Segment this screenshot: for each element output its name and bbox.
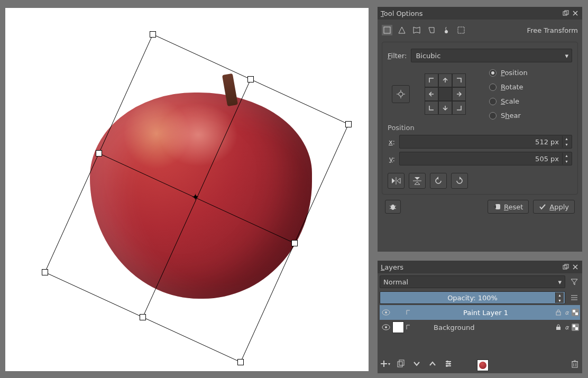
svg-rect-7 [384, 27, 390, 33]
bug-icon[interactable] [385, 200, 401, 214]
svg-marker-17 [397, 178, 400, 183]
radio-shear[interactable]: Shear [489, 112, 528, 119]
apply-button[interactable]: Apply [533, 200, 575, 214]
svg-marker-8 [399, 27, 405, 33]
svg-point-53 [446, 361, 448, 363]
anchor-c-icon[interactable] [438, 87, 452, 101]
tool-options-titlebar: Tool Options [378, 7, 582, 20]
visibility-icon[interactable] [381, 309, 391, 316]
svg-point-54 [448, 363, 451, 365]
svg-point-9 [445, 30, 448, 33]
add-layer-icon[interactable]: ▾ [380, 358, 390, 369]
move-up-icon[interactable] [427, 358, 438, 369]
svg-marker-19 [415, 182, 420, 185]
alpha-icon[interactable]: α [563, 324, 571, 331]
detach-icon[interactable] [562, 263, 569, 271]
close-icon[interactable] [572, 10, 579, 17]
canvas[interactable]: ✦ [5, 8, 369, 371]
filter-label: Filter: [388, 52, 407, 60]
y-label: y: [388, 155, 395, 163]
spin-up-icon[interactable]: ▴ [562, 153, 571, 159]
svg-marker-21 [460, 177, 461, 180]
transform-mode-label: Free Transform [527, 26, 578, 34]
svg-point-42 [385, 326, 387, 328]
properties-icon[interactable] [443, 358, 454, 369]
layers-panel: Layers Normal ▾ Opacity: 100% ▴▾ [378, 261, 582, 373]
transform-handle[interactable] [150, 31, 156, 38]
anchor-grid [425, 73, 466, 115]
alpha-icon[interactable]: α [563, 309, 571, 316]
anchor-br-icon[interactable] [452, 101, 466, 115]
anchor-tl-icon[interactable] [425, 73, 438, 87]
lock-icon[interactable] [555, 324, 562, 331]
mode-warp-icon[interactable] [411, 25, 422, 35]
mode-cage-icon[interactable] [426, 25, 437, 35]
mask-indicator-icon [405, 309, 411, 316]
transform-handle[interactable] [140, 314, 146, 320]
lock-icon[interactable] [555, 309, 562, 316]
list-icon[interactable] [568, 292, 580, 303]
svg-rect-43 [556, 327, 561, 330]
inherit-alpha-icon[interactable] [572, 324, 579, 331]
layer-name: Paint Layer 1 [412, 309, 554, 317]
reset-button[interactable]: Reset [488, 200, 529, 214]
anchor-r-icon[interactable] [452, 87, 466, 101]
anchor-bl-icon[interactable] [425, 101, 438, 115]
opacity-slider[interactable]: Opacity: 100% ▴▾ [380, 291, 565, 304]
radio-scale[interactable]: Scale [489, 97, 528, 105]
svg-point-11 [399, 92, 403, 96]
radio-position[interactable]: Position [489, 69, 528, 77]
position-section-label: Position [388, 124, 572, 132]
anchor-t-icon[interactable] [438, 73, 452, 87]
transform-handle[interactable] [237, 359, 244, 365]
layers-titlebar: Layers [378, 261, 582, 273]
svg-point-22 [391, 205, 395, 210]
spin-down-icon[interactable]: ▾ [562, 142, 571, 147]
spin-down-icon[interactable]: ▾ [562, 159, 571, 164]
svg-rect-56 [572, 362, 577, 367]
visibility-icon[interactable] [381, 324, 391, 330]
flip-horizontal-button[interactable] [388, 173, 405, 189]
transform-handle[interactable] [42, 269, 48, 275]
x-input[interactable]: 512 px ▴▾ [399, 135, 572, 149]
inherit-alpha-icon[interactable] [572, 309, 579, 316]
transform-handle[interactable] [247, 76, 254, 82]
detach-icon[interactable] [562, 10, 569, 17]
radio-rotate[interactable]: Rotate [489, 83, 528, 91]
delete-layer-icon[interactable] [569, 358, 580, 369]
transform-pivot[interactable]: ✦ [191, 191, 199, 202]
filter-select[interactable]: Bicubic ▾ [411, 49, 572, 62]
anchor-l-icon[interactable] [425, 87, 438, 101]
mode-liquify-icon[interactable] [441, 25, 452, 35]
x-label: x: [388, 138, 395, 146]
mode-free-transform-icon[interactable] [382, 25, 392, 35]
filter-icon[interactable] [568, 276, 580, 288]
svg-marker-20 [437, 177, 438, 180]
transform-handle[interactable] [291, 240, 298, 246]
flip-vertical-button[interactable] [409, 173, 426, 189]
duplicate-layer-icon[interactable] [396, 358, 406, 369]
tool-options-title: Tool Options [381, 10, 423, 17]
layer-row[interactable]: Background α [380, 320, 580, 335]
layer-row[interactable]: Paint Layer 1 α [380, 305, 580, 320]
mode-mesh-icon[interactable] [456, 25, 466, 35]
blend-mode-select[interactable]: Normal ▾ [380, 275, 565, 288]
spin-up-icon[interactable]: ▴ [555, 292, 564, 298]
anchor-b-icon[interactable] [438, 101, 452, 115]
move-down-icon[interactable] [411, 358, 422, 369]
transform-handle[interactable] [345, 121, 352, 127]
svg-rect-44 [573, 325, 575, 327]
close-icon[interactable] [572, 263, 579, 271]
svg-rect-48 [398, 362, 402, 367]
spin-up-icon[interactable]: ▴ [562, 136, 571, 142]
transform-mode-buttons [382, 25, 466, 35]
rotate-ccw-button[interactable] [430, 173, 447, 189]
pivot-center-button[interactable] [392, 85, 410, 103]
anchor-tr-icon[interactable] [452, 73, 466, 87]
rotate-cw-button[interactable] [451, 173, 468, 189]
svg-point-55 [446, 365, 448, 367]
transform-handle[interactable] [96, 150, 102, 156]
y-input[interactable]: 505 px ▴▾ [399, 152, 572, 165]
spin-down-icon[interactable]: ▾ [555, 298, 564, 303]
mode-perspective-icon[interactable] [397, 25, 407, 35]
